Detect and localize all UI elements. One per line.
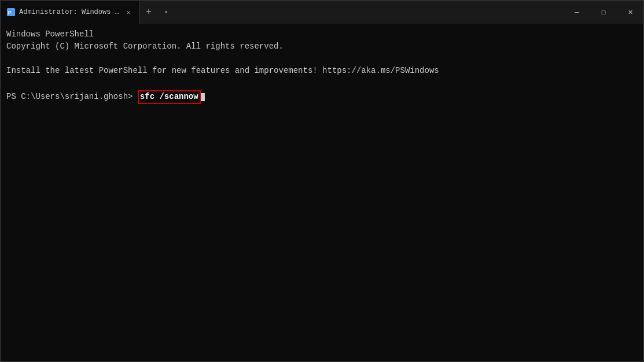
terminal-line-2: Copyright (C) Microsoft Corporation. All… xyxy=(6,40,638,53)
tab-dropdown-button[interactable]: ▾ xyxy=(158,1,174,24)
maximize-button[interactable]: □ xyxy=(590,1,617,24)
terminal-cursor xyxy=(201,93,205,101)
terminal-content[interactable]: Windows PowerShell Copyright (C) Microso… xyxy=(1,24,643,361)
terminal-line-3 xyxy=(6,53,638,65)
tab-close-button[interactable]: ✕ xyxy=(124,8,133,17)
tab-title: Administrator: Windows Powe xyxy=(19,8,120,16)
prompt-line: PS C:\Users\srijani.ghosh> sfc /scannow xyxy=(6,90,638,104)
titlebar: P Administrator: Windows Powe ✕ + ▾ ─ □ … xyxy=(1,1,643,24)
tab-area: P Administrator: Windows Powe ✕ + ▾ xyxy=(1,1,564,24)
minimize-button[interactable]: ─ xyxy=(564,1,590,24)
plus-icon: + xyxy=(146,7,152,17)
terminal-line-1: Windows PowerShell xyxy=(6,28,638,40)
new-tab-button[interactable]: + xyxy=(139,1,158,24)
maximize-icon: □ xyxy=(602,9,606,16)
close-icon: ✕ xyxy=(628,9,633,16)
powershell-icon: P xyxy=(6,8,16,17)
chevron-down-icon: ▾ xyxy=(164,9,168,16)
terminal-line-5 xyxy=(6,77,638,89)
terminal-line-4: Install the latest PowerShell for new fe… xyxy=(6,65,638,77)
command-text: sfc /scannow xyxy=(138,90,201,104)
minimize-icon: ─ xyxy=(575,9,579,16)
prompt-text: PS C:\Users\srijani.ghosh> xyxy=(6,91,133,103)
active-tab[interactable]: P Administrator: Windows Powe ✕ xyxy=(1,1,139,24)
svg-text:P: P xyxy=(8,10,12,16)
window-controls: ─ □ ✕ xyxy=(564,1,643,24)
close-button[interactable]: ✕ xyxy=(617,1,643,24)
terminal-window: P Administrator: Windows Powe ✕ + ▾ ─ □ … xyxy=(0,0,644,362)
